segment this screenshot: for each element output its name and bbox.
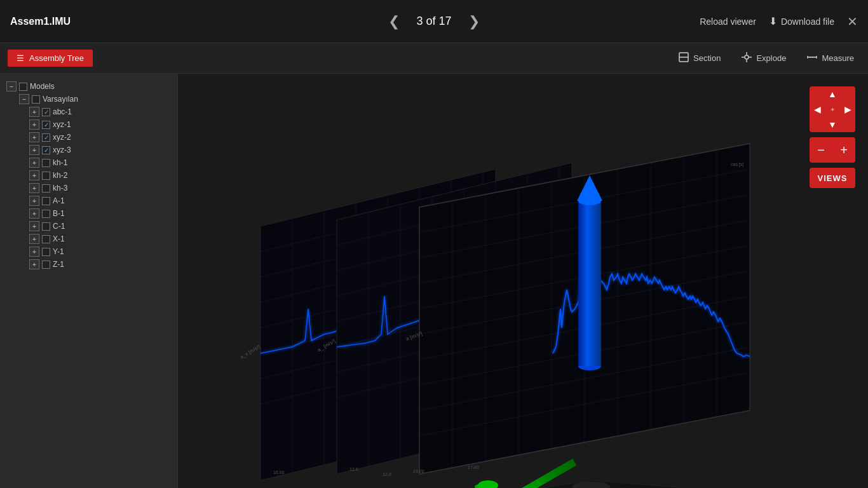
expand-button[interactable]: + — [29, 107, 39, 117]
checkbox-item[interactable] — [42, 235, 50, 243]
tree-row[interactable]: +kh-1 — [4, 156, 173, 169]
svg-text:16.00: 16.00 — [273, 470, 285, 475]
tree-row[interactable]: +Z-1 — [4, 258, 173, 271]
expand-button[interactable]: + — [29, 208, 39, 219]
checkbox-item[interactable] — [42, 159, 50, 167]
tree-row[interactable]: +abc-1 — [4, 105, 173, 118]
expand-button[interactable]: + — [29, 145, 39, 155]
tree-item-label: xyz-1 — [53, 120, 173, 129]
checkbox-item[interactable] — [42, 121, 50, 129]
checkbox-item[interactable] — [42, 261, 50, 269]
download-file-button[interactable]: ⬇ Download file — [769, 15, 834, 27]
svg-point-2 — [745, 55, 749, 59]
tree-item-label: Z-1 — [53, 260, 173, 269]
svg-text:cas [s]: cas [s] — [731, 162, 743, 167]
header-right: Reload viewer ⬇ Download file ✕ — [700, 15, 858, 28]
svg-rect-75 — [578, 201, 601, 366]
models-label: Models — [30, 82, 173, 91]
checkbox-item[interactable] — [42, 197, 50, 205]
checkbox-item[interactable] — [42, 210, 50, 218]
tree-row[interactable]: +Y-1 — [4, 245, 173, 258]
download-icon: ⬇ — [769, 15, 777, 27]
expand-button[interactable]: + — [29, 132, 39, 142]
expand-models[interactable]: − — [6, 81, 17, 92]
section-label: Section — [693, 53, 721, 63]
measure-button[interactable]: Measure — [800, 49, 860, 67]
zoom-in-button[interactable]: + — [834, 140, 854, 160]
pan-left-button[interactable]: ◀ — [810, 102, 825, 117]
close-button[interactable]: ✕ — [847, 15, 858, 28]
tree-items-container: +abc-1+xyz-1+xyz-2+xyz-3+kh-1+kh-2+kh-3+… — [4, 105, 173, 271]
expand-button[interactable]: + — [29, 247, 39, 257]
pan-right-button[interactable]: ▶ — [840, 102, 855, 117]
expand-button[interactable]: + — [29, 170, 39, 180]
section-icon — [678, 51, 689, 65]
header-left: Assem1.IMU — [10, 16, 71, 27]
tree-item-label: X-1 — [53, 234, 173, 243]
reload-viewer-button[interactable]: Reload viewer — [700, 17, 756, 27]
pan-up-button[interactable]: ▲ — [825, 86, 840, 102]
tree-row-models[interactable]: − Models — [6, 80, 173, 93]
zoom-control: − + — [810, 137, 855, 163]
tree-item-label: xyz-2 — [53, 133, 173, 142]
tree-item-label: kh-2 — [53, 171, 173, 180]
checkbox-varsayilan[interactable] — [32, 95, 40, 104]
checkbox-models[interactable] — [19, 83, 27, 91]
tree-row[interactable]: +xyz-1 — [4, 118, 173, 131]
checkbox-item[interactable] — [42, 248, 50, 256]
main-area: − Models − Varsayılan +abc-1+xyz-1+xyz-2… — [0, 74, 868, 488]
scene-svg: a_x [m/s²] 16.00 — [178, 74, 868, 488]
svg-text:12.0: 12.0 — [382, 472, 391, 477]
tree-row[interactable]: +X-1 — [4, 233, 173, 245]
explode-button[interactable]: Explode — [735, 49, 792, 67]
expand-button[interactable]: + — [29, 158, 39, 168]
expand-button[interactable]: + — [29, 259, 39, 269]
expand-button[interactable]: + — [29, 183, 39, 193]
prev-page-button[interactable]: ❮ — [383, 12, 405, 31]
header-center: ❮ 3 of 17 ❯ — [383, 12, 485, 31]
explode-label: Explode — [756, 53, 786, 63]
assembly-tree-button[interactable]: ☰ Assembly Tree — [8, 50, 93, 67]
next-page-button[interactable]: ❯ — [463, 12, 485, 31]
checkbox-item[interactable] — [42, 146, 50, 154]
svg-text:16.00: 16.00 — [412, 469, 424, 473]
checkbox-item[interactable] — [42, 184, 50, 193]
expand-varsayilan[interactable]: − — [19, 94, 29, 104]
3d-viewport[interactable]: a_x [m/s²] 16.00 — [178, 74, 868, 488]
tree-row-varsayilan[interactable]: − Varsayılan — [6, 93, 173, 105]
tree-row[interactable]: +A-1 — [4, 194, 173, 207]
pan-control: ▲ ◀ ✦ ▶ ▼ — [810, 86, 855, 132]
app-title: Assem1.IMU — [10, 16, 71, 27]
navigation-controls: ▲ ◀ ✦ ▶ ▼ − + VIEWS — [810, 86, 855, 188]
pan-down-button[interactable]: ▼ — [825, 117, 840, 132]
tree-row[interactable]: +C-1 — [4, 220, 173, 233]
tree-row[interactable]: +xyz-2 — [4, 131, 173, 144]
tree-row[interactable]: +xyz-3 — [4, 144, 173, 156]
expand-button[interactable]: + — [29, 119, 39, 130]
tree-row[interactable]: +kh-3 — [4, 182, 173, 194]
views-button[interactable]: VIEWS — [810, 168, 855, 188]
pan-center-icon: ✦ — [830, 106, 835, 113]
download-label: Download file — [781, 17, 834, 27]
checkbox-item[interactable] — [42, 222, 50, 231]
checkbox-item[interactable] — [42, 133, 50, 142]
tree-row[interactable]: +kh-2 — [4, 169, 173, 182]
expand-button[interactable]: + — [29, 221, 39, 231]
tree-item-label: B-1 — [53, 209, 173, 218]
tree-row[interactable]: +B-1 — [4, 207, 173, 220]
svg-text:12.0: 12.0 — [349, 467, 358, 471]
varsayilan-label: Varsayılan — [43, 95, 173, 104]
expand-button[interactable]: + — [29, 234, 39, 244]
secondary-toolbar: ☰ Assembly Tree Section Explode — [0, 43, 868, 74]
expand-button[interactable]: + — [29, 196, 39, 206]
section-button[interactable]: Section — [672, 49, 727, 67]
tree-item-label: abc-1 — [53, 107, 173, 116]
checkbox-item[interactable] — [42, 108, 50, 116]
header: Assem1.IMU ❮ 3 of 17 ❯ Reload viewer ⬇ D… — [0, 0, 868, 43]
tree-root: − Models − Varsayılan — [4, 80, 173, 105]
tree-item-label: Y-1 — [53, 247, 173, 256]
svg-text:17.00: 17.00 — [467, 465, 479, 470]
zoom-out-button[interactable]: − — [811, 140, 831, 160]
checkbox-item[interactable] — [42, 172, 50, 180]
menu-icon: ☰ — [17, 53, 24, 63]
